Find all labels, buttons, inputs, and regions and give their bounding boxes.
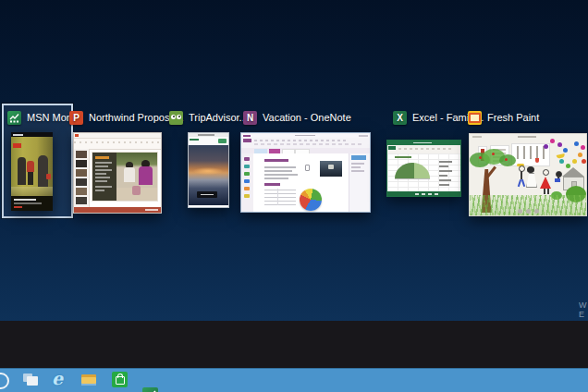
attachment-icon xyxy=(305,165,310,171)
msn-article-photo xyxy=(11,137,53,196)
tripadvisor-icon xyxy=(169,111,183,125)
taskbar-task-view-icon[interactable] xyxy=(23,372,39,387)
budget-pie-chart xyxy=(300,189,322,211)
windows-eval-watermark: W E xyxy=(579,300,588,319)
vacation-planner-heading xyxy=(264,159,288,162)
selected-brush-red-tip xyxy=(535,158,539,163)
window-title: Vacation - OneNote xyxy=(263,112,351,123)
banana-shape xyxy=(557,153,566,159)
ppt-slide-pane xyxy=(74,149,90,207)
task-view-screen: MSN Mon... P Northwind Proposa... TripAd… xyxy=(0,0,588,392)
window-label-powerpoint: P Northwind Proposa... xyxy=(69,109,184,126)
msn-caption xyxy=(11,196,53,211)
window-title: TripAdvisor... xyxy=(189,112,248,123)
taskbar: e P N X xyxy=(0,368,588,392)
window-label-tripadvisor: TripAdvisor... xyxy=(169,109,248,126)
window-thumbnail-fresh-paint[interactable] xyxy=(469,133,587,216)
taskbar-search-icon[interactable] xyxy=(0,373,9,389)
taskbar-internet-explorer-icon[interactable]: e xyxy=(52,372,67,387)
window-thumbnail-msn-money[interactable] xyxy=(11,132,53,211)
onenote-photo xyxy=(320,161,342,177)
window-thumbnail-powerpoint[interactable] xyxy=(73,132,162,214)
window-label-onenote: N Vacation - OneNote xyxy=(243,109,351,126)
fresh-paint-icon xyxy=(468,111,482,125)
freshpaint-titlebar xyxy=(518,136,536,138)
window-thumbnail-excel[interactable] xyxy=(386,140,461,197)
ppt-statusbar xyxy=(74,207,161,213)
onenote-right-panel xyxy=(349,153,370,212)
window-label-fresh-paint: Fresh Paint xyxy=(468,109,539,126)
trip-city-photo xyxy=(189,145,228,205)
onenote-icon: N xyxy=(243,111,257,125)
desktops-bar: + Add a desktop ОБОЗРЕВАТЕЛЬ / epa xyxy=(0,321,588,368)
my-budget-heading xyxy=(264,183,280,186)
excel-icon: X xyxy=(393,111,407,125)
taskbar-msn-money-icon[interactable] xyxy=(142,387,158,392)
excel-area-chart xyxy=(395,163,430,179)
window-thumbnail-tripadvisor[interactable] xyxy=(188,132,229,208)
onenote-notebook-sidebar xyxy=(241,153,254,212)
msn-money-icon xyxy=(7,111,21,125)
taskbar-file-explorer-icon[interactable] xyxy=(81,372,97,387)
window-thumbnail-onenote[interactable] xyxy=(240,132,371,213)
excel-chart-title xyxy=(395,156,411,158)
onenote-page xyxy=(253,153,349,212)
freshpaint-bottom-buttons[interactable] xyxy=(518,209,542,214)
excel-grid xyxy=(387,153,460,191)
powerpoint-icon: P xyxy=(69,111,83,125)
taskbar-windows-store-icon[interactable] xyxy=(112,372,128,387)
trip-search-button xyxy=(218,139,227,143)
ppt-current-slide xyxy=(92,153,157,201)
excel-statusbar xyxy=(387,191,460,196)
window-title: Fresh Paint xyxy=(487,112,539,123)
